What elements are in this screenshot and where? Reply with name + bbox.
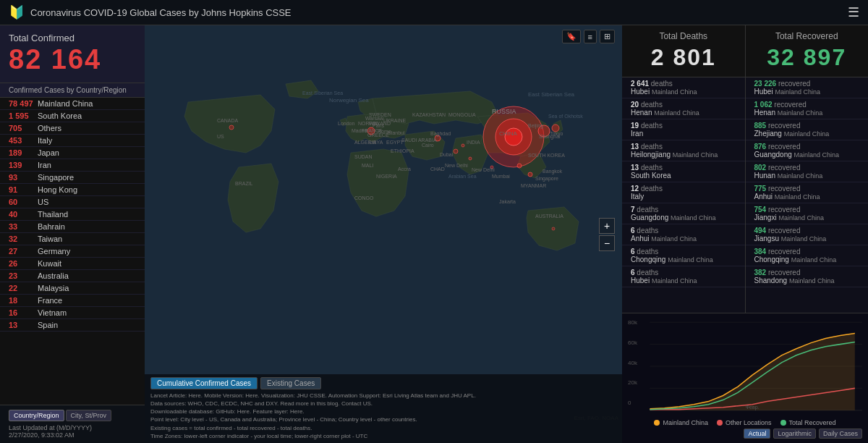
recovered-region: Shandong <box>754 277 788 284</box>
map-area: RUSSIA CHINA MYANMAR MALI NIGERIA CONGO … <box>145 25 622 443</box>
deaths-region: Guangdong <box>631 214 668 222</box>
country-list-item[interactable]: 189Japan <box>0 147 145 159</box>
recovered-region: Zhejiang <box>754 130 782 138</box>
chart-y-label: 40k <box>628 360 637 366</box>
country-list-item[interactable]: 13Spain <box>0 319 145 332</box>
recovered-subregion: Mainland China <box>784 130 830 138</box>
app-header: 🔰 Coronavirus COVID-19 Global Cases by J… <box>0 0 868 25</box>
deaths-count: 6 <box>631 227 635 235</box>
map-background: RUSSIA CHINA MYANMAR MALI NIGERIA CONGO … <box>145 25 622 403</box>
country-list: 78 497Mainland China1 595South Korea705O… <box>0 98 145 405</box>
recovered-list-item: 775 recoveredAnhui Mainland China <box>746 182 869 203</box>
country-list-item[interactable]: 18France <box>0 295 145 307</box>
legend-dot <box>780 420 786 426</box>
svg-text:Mumbai: Mumbai <box>492 174 510 179</box>
country-list-item[interactable]: 705Others <box>0 122 145 135</box>
svg-point-11 <box>454 149 458 153</box>
svg-text:Accra: Accra <box>398 166 411 172</box>
recovered-type: recovered <box>774 101 806 109</box>
recovered-label: Total Recovered <box>754 31 860 41</box>
svg-point-15 <box>552 227 555 230</box>
svg-text:RUSSIA: RUSSIA <box>492 108 516 115</box>
last-updated: Last Updated at (M/D/YYYY)2/27/2020, 9:3… <box>9 424 136 439</box>
main-layout: Total Confirmed 82 164 Confirmed Cases b… <box>0 25 868 443</box>
country-name: Singapore <box>38 173 74 182</box>
deaths-count: 13 <box>631 164 639 172</box>
chart-control-btn[interactable]: Daily Cases <box>819 429 862 439</box>
country-list-item[interactable]: 93Singapore <box>0 172 145 184</box>
bookmark-btn[interactable]: 🔖 <box>562 30 581 43</box>
recovered-count: 876 <box>754 143 767 151</box>
deaths-subregion: Mainland China <box>652 277 697 284</box>
country-list-item[interactable]: 60US <box>0 196 145 208</box>
country-count: 705 <box>9 124 38 132</box>
country-count: 18 <box>9 296 38 305</box>
country-list-item[interactable]: 32Taiwan <box>0 233 145 245</box>
grid-btn[interactable]: ⊞ <box>600 30 615 43</box>
country-list-item[interactable]: 27Germany <box>0 245 145 258</box>
legend-label: Total Recovered <box>789 419 836 426</box>
country-count: 27 <box>9 247 38 256</box>
list-btn[interactable]: ≡ <box>584 30 597 43</box>
map-zoom-controls: + − <box>599 218 615 251</box>
deaths-stat-box: Total Deaths 2 801 <box>622 25 746 77</box>
country-list-item[interactable]: 26Kuwait <box>0 258 145 270</box>
recovered-count: 494 <box>754 227 767 235</box>
svg-text:CHINA: CHINA <box>499 130 518 137</box>
map-tab[interactable]: Existing Cases <box>260 377 321 389</box>
legend-label: Mainland China <box>663 419 708 426</box>
country-list-item[interactable]: 16Vietnam <box>0 307 145 319</box>
total-confirmed-box: Total Confirmed 82 164 <box>0 25 145 83</box>
country-list-item[interactable]: 91Hong Kong <box>0 184 145 196</box>
zoom-out-btn[interactable]: − <box>599 235 615 251</box>
chart-legend-item: Total Recovered <box>780 419 836 426</box>
svg-text:CANADA: CANADA <box>217 118 239 123</box>
country-list-item[interactable]: 40Thailand <box>0 208 145 221</box>
country-list-item[interactable]: 23Australia <box>0 270 145 282</box>
deaths-subregion: Mainland China <box>651 235 697 242</box>
country-count: 40 <box>9 210 38 219</box>
svg-text:BRAZIL: BRAZIL <box>235 181 253 186</box>
svg-text:East Siberian Sea: East Siberian Sea <box>528 91 575 98</box>
recovered-list-item: 23 226 recoveredHubei Mainland China <box>746 77 869 98</box>
recovered-type: recovered <box>768 206 800 214</box>
deaths-list-item: 7 deathsGuangdong Mainland China <box>622 203 745 224</box>
country-name: Taiwan <box>38 235 62 243</box>
recovered-stat-box: Total Recovered 32 897 <box>746 25 869 77</box>
recovered-count: 775 <box>754 185 767 193</box>
country-name: South Korea <box>38 111 82 120</box>
country-count: 60 <box>9 198 38 206</box>
svg-text:Baghdad: Baghdad <box>430 131 451 137</box>
country-list-item[interactable]: 22Malaysia <box>0 282 145 295</box>
svg-text:SUDAN: SUDAN <box>354 154 373 159</box>
deaths-count: 7 <box>631 206 635 214</box>
sidebar-tab[interactable]: Country/Region <box>9 410 64 421</box>
total-confirmed-label: Total Confirmed <box>9 33 136 43</box>
chart-control-btn[interactable]: Actual <box>744 429 770 439</box>
country-count: 93 <box>9 173 38 182</box>
recovered-region: Chongqing <box>754 256 789 263</box>
map-links: Lancet Article: Here. Mobile Version: He… <box>150 392 616 440</box>
zoom-in-btn[interactable]: + <box>599 218 615 234</box>
map-tab[interactable]: Cumulative Confirmed Cases <box>150 377 258 389</box>
country-list-header: Confirmed Cases by Country/Region <box>0 83 145 98</box>
recovered-type: recovered <box>778 80 810 88</box>
sidebar-tab[interactable]: City, St/Prov <box>66 410 111 421</box>
recovered-subregion: Mainland China <box>775 193 820 201</box>
country-list-item[interactable]: 139Iran <box>0 159 145 172</box>
country-list-item[interactable]: 453Italy <box>0 135 145 147</box>
svg-text:Rome: Rome <box>378 129 391 134</box>
recovered-list-item: 754 recoveredJiangxi Mainland China <box>746 203 869 224</box>
country-list-item[interactable]: 1 595South Korea <box>0 110 145 122</box>
country-count: 16 <box>9 308 38 317</box>
recovered-region: Anhui <box>754 193 773 201</box>
svg-text:New Delhi: New Delhi <box>472 167 495 172</box>
menu-icon[interactable]: ☰ <box>848 4 859 20</box>
recovered-list-item: 885 recoveredZhejiang Mainland China <box>746 119 869 140</box>
country-list-item[interactable]: 33Bahrain <box>0 221 145 233</box>
chart-control-btn[interactable]: Logarithmic <box>773 429 816 439</box>
legend-dot <box>717 420 723 426</box>
svg-point-12 <box>469 157 472 160</box>
last-updated-label: Last Updated at (M/D/YYYY) <box>9 424 92 431</box>
country-list-item[interactable]: 78 497Mainland China <box>0 98 145 110</box>
